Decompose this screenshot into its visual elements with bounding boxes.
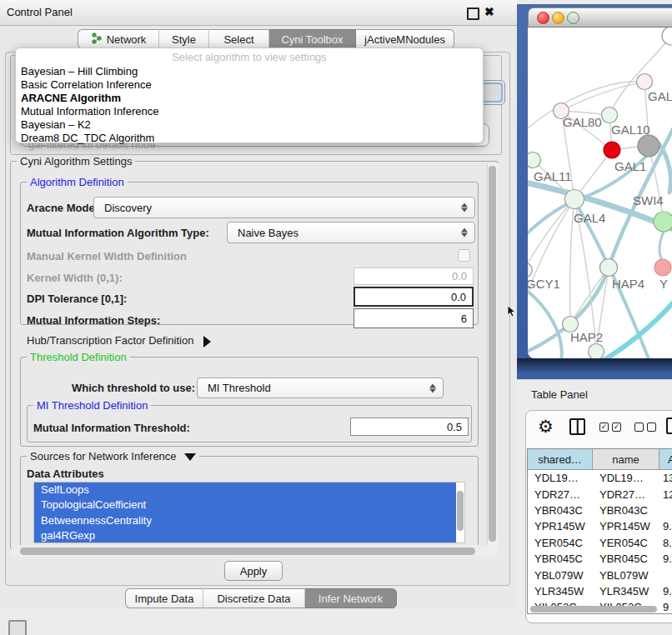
node-gal10[interactable]: [602, 108, 618, 123]
node-swi4[interactable]: [654, 212, 672, 232]
node-gal4[interactable]: [565, 190, 584, 209]
which-threshold-combobox[interactable]: MI Threshold: [197, 378, 444, 398]
table-row[interactable]: YBR045C YBR045C 9.: [528, 551, 672, 567]
hub-definition-toggle[interactable]: Hub/Transcription Factor Definition: [27, 334, 211, 348]
table-row[interactable]: YER054C YER054C 8.: [528, 535, 672, 551]
apply-button[interactable]: Apply: [224, 561, 283, 581]
deselect-all-columns-icon[interactable]: [634, 422, 656, 432]
cell: 8.: [659, 537, 672, 549]
list-item[interactable]: TopologicalCoefficient: [34, 498, 456, 512]
list-item[interactable]: gal4RGexp: [34, 528, 456, 543]
mi-threshold-field[interactable]: 0.5: [350, 418, 469, 436]
tab-select-label: Select: [223, 33, 253, 46]
algorithm-option-selected[interactable]: ARACNE Algorithm: [21, 92, 121, 104]
aracne-mode-combobox[interactable]: Discovery: [93, 197, 475, 218]
cell: YBR043C: [593, 504, 659, 517]
dpi-tolerance-field[interactable]: 0.0: [354, 287, 474, 307]
attributes-scrollbar-thumb[interactable]: [457, 491, 464, 531]
minimize-traffic-light-icon[interactable]: [552, 12, 564, 24]
network-view-canvas[interactable]: GAL GAL80 GAL10 GAL1 GAL11 SWI4 GAL4 GCY…: [528, 28, 672, 358]
list-item[interactable]: BetweennessCentrality: [34, 513, 456, 528]
node-gray[interactable]: [638, 135, 659, 157]
stepper-arrows-icon: [429, 382, 436, 393]
tab-infer-network[interactable]: Infer Network: [305, 588, 397, 608]
tab-jactivemnodules-label: jActiveMNodules: [364, 33, 445, 46]
gear-icon[interactable]: ⚙: [538, 418, 554, 435]
table-row[interactable]: YLR345W YLR345W 9.: [528, 583, 672, 599]
split-column-icon[interactable]: [569, 418, 585, 435]
node-partial-bottom[interactable]: [589, 344, 604, 359]
column-header-name[interactable]: name: [593, 449, 659, 469]
tab-impute-data[interactable]: Impute Data: [125, 588, 203, 608]
close-icon[interactable]: ✖: [484, 5, 494, 18]
list-item[interactable]: SelfLoops: [34, 482, 456, 498]
manual-kernel-width-label: Manual Kernel Width Definition: [27, 250, 187, 262]
control-panel-titlebar[interactable]: [0, 0, 517, 26]
tab-select[interactable]: Select: [209, 29, 269, 49]
data-attributes-list[interactable]: SelfLoops TopologicalCoefficient Between…: [33, 482, 465, 543]
node-partial-topright[interactable]: [662, 28, 672, 45]
select-all-columns-icon[interactable]: ✓ ✓: [599, 422, 621, 432]
network-window-titlebar[interactable]: [528, 8, 672, 28]
network-graph: GAL GAL80 GAL10 GAL1 GAL11 SWI4 GAL4 GCY…: [528, 28, 672, 358]
tab-jactivemnodules[interactable]: jActiveMNodules: [356, 29, 454, 49]
cell: YLR345W: [593, 585, 659, 598]
settings-scrollbar-thumb[interactable]: [489, 166, 496, 542]
settings-hscrollbar-thumb[interactable]: [20, 548, 475, 555]
cell: 9.: [659, 585, 672, 598]
tab-network[interactable]: Network: [78, 29, 159, 49]
mi-algorithm-type-value: Naive Bayes: [238, 227, 298, 239]
node-label-y-partial: Y: [659, 277, 668, 291]
tab-style[interactable]: Style: [159, 29, 209, 49]
node-label-gcy1: GCY1: [528, 277, 560, 291]
table-row[interactable]: YDR27… YDR27… 12: [528, 486, 672, 502]
algorithm-popup-placeholder: Select algorithm to view settings: [16, 51, 483, 63]
algorithm-dropdown-popup: Select algorithm to view settings Bayesi…: [15, 48, 484, 143]
algorithm-option[interactable]: Bayesian – Hill Climbing: [21, 65, 138, 78]
network-window-bottom-frame: [517, 358, 672, 379]
stepper-arrows-icon: [461, 202, 468, 213]
cell: YDL19…: [593, 472, 659, 484]
node-salmon[interactable]: [654, 259, 671, 276]
control-panel-tabs: Network Style Select Cyni Toolbox jActiv…: [78, 29, 454, 49]
kernel-width-field[interactable]: 0.0: [354, 268, 474, 285]
table-row[interactable]: YBR043C YBR043C: [528, 502, 672, 518]
tab-cyni-toolbox[interactable]: Cyni Toolbox: [269, 29, 356, 49]
close-traffic-light-icon[interactable]: [537, 12, 549, 24]
tab-cyni-toolbox-label: Cyni Toolbox: [281, 33, 343, 46]
node-gcy1[interactable]: [528, 263, 533, 278]
tab-network-label: Network: [107, 33, 147, 46]
document-icon[interactable]: [666, 418, 672, 434]
cyni-bottom-tabs: Impute Data Discretize Data Infer Networ…: [125, 588, 397, 608]
table-row[interactable]: YDL19… YDL19… 13: [528, 470, 672, 486]
column-header-shared-name[interactable]: shared…: [528, 449, 593, 469]
node-gal11[interactable]: [528, 152, 541, 168]
checked-box-icon: ✓: [599, 422, 609, 432]
node-pink[interactable]: [637, 74, 653, 90]
sources-group-title[interactable]: Sources for Network Inference: [27, 450, 199, 462]
table-row[interactable]: YBL079W YBL079W: [528, 567, 672, 582]
node-red-selected[interactable]: [604, 142, 620, 158]
network-tab-icon: [91, 32, 103, 47]
column-header-partial[interactable]: A: [659, 449, 672, 469]
tab-infer-network-label: Infer Network: [318, 592, 383, 605]
table-hscrollbar-thumb[interactable]: [530, 606, 657, 612]
algorithm-option[interactable]: Mutual Information Inference: [21, 105, 158, 118]
cell: YBL079W: [593, 569, 659, 582]
float-window-icon[interactable]: [467, 8, 479, 20]
cell: YBR045C: [593, 552, 659, 565]
table-row[interactable]: YPR145W YPR145W 9.: [528, 518, 672, 534]
algorithm-option[interactable]: Basic Correlation Inference: [21, 78, 152, 91]
mi-algorithm-type-combobox[interactable]: Naive Bayes: [227, 222, 475, 243]
tab-discretize-data[interactable]: Discretize Data: [203, 588, 305, 608]
minimized-palette-icon[interactable]: [8, 620, 27, 635]
node-hap4[interactable]: [600, 259, 618, 277]
unchecked-box-icon: [647, 422, 656, 432]
mi-steps-field[interactable]: 6: [354, 308, 474, 328]
node-label-gal80: GAL80: [563, 115, 602, 129]
algorithm-option[interactable]: Bayesian – K2: [21, 118, 91, 131]
algorithm-option[interactable]: Dream8 DC_TDC Algorithm: [21, 132, 154, 144]
manual-kernel-width-checkbox[interactable]: [458, 249, 470, 262]
cell: YPR145W: [593, 520, 659, 532]
zoom-traffic-light-icon[interactable]: [567, 12, 579, 24]
